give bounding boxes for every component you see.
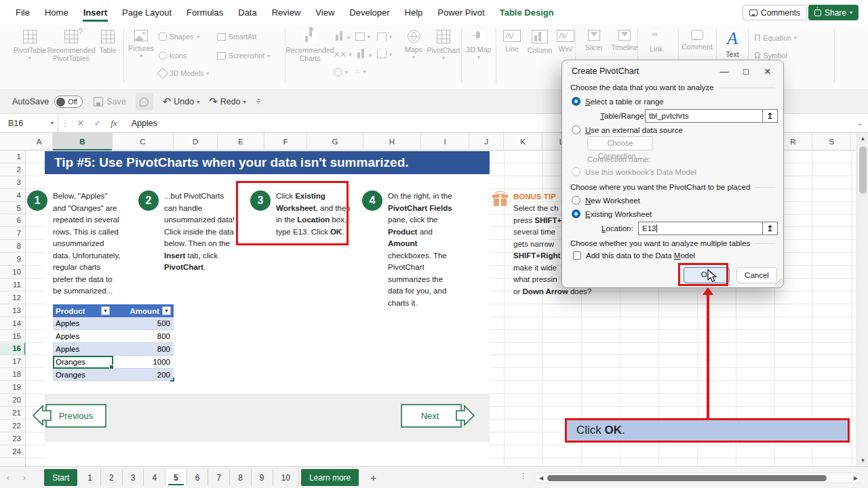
row-header-11[interactable]: 11 bbox=[0, 279, 26, 291]
insert-hierarchy-chart-button[interactable]: ▾ bbox=[355, 33, 370, 41]
sparkline-winloss-button[interactable]: Win/ bbox=[555, 30, 576, 53]
sheet-tab-5[interactable]: 5 bbox=[165, 469, 187, 486]
redo-button[interactable]: ↷ Redo▾ bbox=[209, 96, 245, 108]
column-header-F[interactable]: F bbox=[264, 133, 307, 150]
pictures-button[interactable]: Pictures▾ bbox=[127, 30, 155, 60]
row-header-3[interactable]: 3 bbox=[0, 176, 26, 189]
table-row[interactable]: Apples500 bbox=[53, 317, 174, 330]
name-box[interactable]: B16 ▾ bbox=[0, 114, 58, 132]
icons-button[interactable]: Icons bbox=[159, 52, 186, 60]
sheet-tab-learn-more[interactable]: Learn more bbox=[301, 469, 359, 486]
resize-grip[interactable] bbox=[774, 279, 781, 285]
pivotchart-button[interactable]: PivotChart▾ bbox=[427, 30, 460, 62]
ribbon-tab-help[interactable]: Help bbox=[397, 1, 431, 23]
row-header-24[interactable]: 24 bbox=[0, 445, 26, 458]
checkbox-add-datamodel[interactable]: Add this data to the Data Model bbox=[573, 251, 695, 260]
row-header-20[interactable]: 20 bbox=[0, 394, 26, 407]
filter-dropdown-icon[interactable]: ▾ bbox=[101, 306, 110, 315]
undo-button[interactable]: ↶ Undo▾ bbox=[163, 96, 199, 108]
column-header-E[interactable]: E bbox=[218, 133, 264, 150]
radio-existing-worksheet[interactable]: Existing Worksheet bbox=[572, 209, 652, 218]
column-header-B[interactable]: B bbox=[53, 133, 113, 150]
row-header-16[interactable]: 16 bbox=[0, 343, 26, 356]
row-header-9[interactable]: 9 bbox=[0, 253, 26, 266]
scroll-right-icon[interactable]: ▶ bbox=[850, 475, 862, 481]
next-button[interactable]: Next bbox=[395, 403, 476, 430]
ribbon-tab-view[interactable]: View bbox=[308, 1, 342, 23]
cell-product[interactable]: Oranges bbox=[53, 369, 113, 381]
row-header-5[interactable]: 5 bbox=[0, 202, 26, 215]
row-header-15[interactable]: 15 bbox=[0, 330, 26, 343]
insert-function-icon[interactable]: fx bbox=[106, 118, 121, 129]
screenshot-button[interactable]: Screenshot▾ bbox=[217, 52, 270, 60]
row-header-2[interactable]: 2 bbox=[0, 163, 26, 176]
cell-amount[interactable]: 800 bbox=[113, 330, 174, 342]
ribbon-tab-insert[interactable]: Insert bbox=[76, 1, 115, 23]
row-header-1[interactable]: 1 bbox=[0, 150, 26, 163]
row-header-21[interactable]: 21 bbox=[0, 407, 26, 420]
location-input[interactable]: E13 bbox=[638, 222, 763, 235]
cancel-button[interactable]: Cancel bbox=[736, 267, 777, 283]
row-header-14[interactable]: 14 bbox=[0, 317, 26, 330]
cell-product[interactable]: Apples bbox=[53, 330, 113, 342]
radio-select-table-range[interactable]: Select a table or range bbox=[572, 97, 664, 106]
cell-amount[interactable]: 200 bbox=[113, 369, 174, 381]
tab-scrollbar-divider[interactable]: ⋮ bbox=[519, 472, 527, 481]
comment-button[interactable]: Comment bbox=[681, 30, 713, 51]
table-resize-handle[interactable] bbox=[170, 378, 174, 382]
row-header-4[interactable]: 4 bbox=[0, 189, 26, 202]
next-sheet-icon[interactable]: › bbox=[16, 473, 33, 483]
column-header-G[interactable]: G bbox=[307, 133, 363, 150]
text-button[interactable]: A Text bbox=[720, 30, 745, 58]
insert-scatter-chart-button[interactable]: ∴▾ bbox=[355, 68, 366, 75]
row-header-19[interactable]: 19 bbox=[0, 381, 26, 394]
sheet-tab-start[interactable]: Start bbox=[44, 469, 77, 486]
equation-button[interactable]: Π Equation▾ bbox=[754, 33, 797, 43]
column-header-I[interactable]: I bbox=[421, 133, 469, 150]
shapes-button[interactable]: Shapes▾ bbox=[159, 33, 199, 41]
insert-pie-chart-button[interactable]: ▾ bbox=[334, 68, 348, 77]
autosave-toggle[interactable]: Off bbox=[54, 96, 83, 108]
row-headers[interactable]: 123456789101112131415161718192021222324 bbox=[0, 150, 26, 466]
close-button[interactable]: ✕ bbox=[757, 64, 778, 79]
sheet-tab-10[interactable]: 10 bbox=[273, 469, 299, 486]
scroll-down-icon[interactable]: ▼ bbox=[857, 458, 868, 464]
save-button[interactable]: Save bbox=[94, 97, 126, 106]
horizontal-scrollbar[interactable]: ◀ ▶ bbox=[534, 472, 863, 483]
comments-button[interactable]: Comments bbox=[743, 5, 807, 20]
3d-models-button[interactable]: 3D Models▾ bbox=[159, 69, 209, 77]
minimize-button[interactable]: — bbox=[714, 64, 734, 79]
new-sheet-button[interactable]: + bbox=[361, 472, 386, 483]
insert-waterfall-chart-button[interactable]: ▾ bbox=[377, 33, 392, 41]
table-button[interactable]: Table bbox=[95, 30, 121, 54]
radio-external-source[interactable]: Use an external data source bbox=[572, 125, 683, 134]
cell-amount[interactable]: 800 bbox=[113, 343, 174, 355]
formula-bar-value[interactable]: Apples bbox=[132, 119, 157, 128]
timeline-button[interactable]: Timeline bbox=[609, 30, 640, 52]
customize-qat-icon[interactable]: ▿̄ bbox=[257, 98, 260, 106]
symbol-button[interactable]: Ω Symbol bbox=[754, 50, 787, 60]
column-header-C[interactable]: C bbox=[113, 133, 174, 150]
scroll-left-icon[interactable]: ◀ bbox=[535, 475, 547, 481]
expand-formula-bar-icon[interactable]: ⌄ bbox=[857, 119, 863, 127]
ribbon-tab-review[interactable]: Review bbox=[264, 1, 309, 23]
table-row[interactable]: Oranges200 bbox=[53, 369, 174, 382]
table-range-input[interactable]: tbl_pvtchrts bbox=[645, 109, 763, 123]
sheet-tab-7[interactable]: 7 bbox=[208, 469, 230, 486]
sheet-tab-8[interactable]: 8 bbox=[230, 469, 252, 486]
link-button[interactable]: Link bbox=[643, 30, 670, 53]
sheet-tab-9[interactable]: 9 bbox=[252, 469, 273, 486]
row-header-8[interactable]: 8 bbox=[0, 240, 26, 253]
insert-line-chart-button[interactable]: ✕✕▾ bbox=[334, 50, 351, 59]
slicer-button[interactable]: Slicer bbox=[580, 30, 608, 52]
column-header-J[interactable]: J bbox=[469, 133, 504, 150]
row-header-22[interactable]: 22 bbox=[0, 420, 26, 432]
maps-button[interactable]: Maps▾ bbox=[401, 30, 426, 62]
ribbon-tab-developer[interactable]: Developer bbox=[342, 1, 397, 23]
confirm-entry-icon[interactable]: ✓ bbox=[89, 118, 106, 128]
sheet-tab-2[interactable]: 2 bbox=[101, 469, 123, 486]
range-picker-button[interactable]: ↥ bbox=[763, 109, 778, 123]
column-header-A[interactable]: A bbox=[26, 133, 53, 150]
cell-amount[interactable]: 500 bbox=[113, 317, 174, 329]
ribbon-tab-formulas[interactable]: Formulas bbox=[179, 1, 231, 23]
